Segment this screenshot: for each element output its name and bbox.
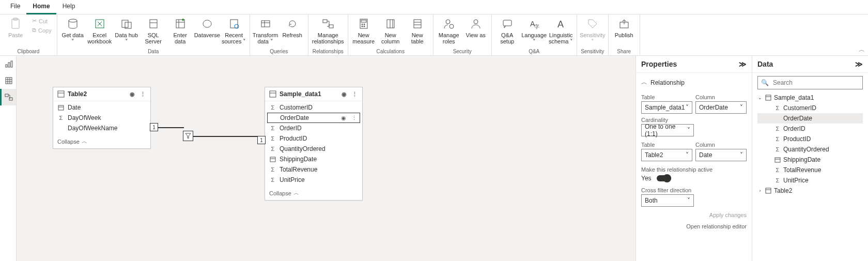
apply-changes-link[interactable]: Apply changes <box>641 212 747 218</box>
tree-field[interactable]: ΣOrderID <box>757 124 863 134</box>
tree-table-sampledata1[interactable]: ⌄ Sample_data1 <box>757 93 863 103</box>
manage-relationships-button[interactable]: Manage relationships <box>311 16 346 45</box>
copy-button[interactable]: ⧉Copy <box>30 26 54 35</box>
tree-field[interactable]: ΣQuantityOrdered <box>757 144 863 155</box>
section-relationship[interactable]: ︿ Relationship <box>641 76 747 89</box>
data-pane: Data ≫ 🔍 ⌄ Sample_data1 ΣCustomerIDOrder… <box>752 56 868 261</box>
search-input[interactable] <box>772 79 859 87</box>
more-icon[interactable]: ⋮ <box>351 90 358 98</box>
ribbon-group-queries: Transform data ˅ Refresh Queries <box>250 14 308 55</box>
relationship-line[interactable] <box>193 136 257 137</box>
get-data-button[interactable]: Get data ˅ <box>59 16 86 45</box>
table-name: Sample_data1 <box>280 90 321 98</box>
menu-help[interactable]: Help <box>56 0 82 14</box>
field-name: CustomerID <box>280 104 313 111</box>
table1-picker[interactable]: Sample_data1˅ <box>641 101 692 114</box>
cut-button[interactable]: ✂Cut <box>30 17 54 25</box>
col2-picker[interactable]: Date˅ <box>695 149 747 161</box>
transform-data-button[interactable]: Transform data ˅ <box>252 16 279 45</box>
svg-text:字: 字 <box>534 24 539 29</box>
group-label-calculations: Calculations <box>348 49 433 55</box>
new-table-button[interactable]: New table <box>404 16 431 45</box>
tree-field[interactable]: ΣUnitPrice <box>757 175 863 186</box>
language-icon: A字 <box>527 17 541 31</box>
recent-icon <box>227 17 241 31</box>
field-item[interactable]: OrderDate◉⋮ <box>267 113 360 123</box>
new-measure-button[interactable]: New measure <box>350 16 377 45</box>
model-view-button[interactable] <box>0 89 16 105</box>
paste-button[interactable]: Paste <box>2 16 29 39</box>
svg-point-24 <box>364 26 365 27</box>
recent-sources-button[interactable]: Recent sources ˅ <box>221 16 247 45</box>
refresh-button[interactable]: Refresh <box>279 16 306 39</box>
field-name: ProductID <box>280 135 307 142</box>
view-as-button[interactable]: View as <box>462 16 489 39</box>
manage-roles-button[interactable]: Manage roles <box>436 16 462 45</box>
ribbon-collapse-icon[interactable]: ︿ <box>859 45 865 54</box>
column-label: Column <box>695 142 747 148</box>
ribbon-group-clipboard: Paste ✂Cut ⧉Copy Clipboard <box>0 14 57 55</box>
tree-field[interactable]: ShippingDate <box>757 155 863 165</box>
field-item[interactable]: ΣOrderID <box>265 123 362 133</box>
qa-setup-button[interactable]: Q&A setup <box>494 16 521 45</box>
visibility-icon[interactable]: ◉ <box>340 114 347 121</box>
dataverse-button[interactable]: Dataverse <box>194 16 221 39</box>
ribbon-group-qa: Q&A setup A字Language˅ ALinguistic schema… <box>492 14 577 55</box>
menu-file[interactable]: File <box>4 0 26 14</box>
model-canvas[interactable]: Table2 ◉ ⋮ DateΣDayOfWeekDayOfWeekName C… <box>17 56 636 261</box>
col1-picker[interactable]: OrderDate˅ <box>695 101 747 114</box>
field-item[interactable]: Date <box>53 102 150 113</box>
open-relationship-editor-link[interactable]: Open relationship editor <box>641 223 747 229</box>
report-view-button[interactable] <box>0 56 16 72</box>
field-item[interactable]: ΣProductID <box>265 133 362 144</box>
more-icon[interactable]: ⋮ <box>139 90 146 98</box>
field-name: ShippingDate <box>280 156 317 163</box>
field-item[interactable]: ΣTotalRevenue <box>265 164 362 175</box>
field-item[interactable]: ShippingDate <box>265 154 362 164</box>
visibility-icon[interactable]: ◉ <box>129 90 136 98</box>
data-view-button[interactable] <box>0 72 16 89</box>
field-item[interactable]: ΣDayOfWeek <box>53 113 150 123</box>
svg-rect-61 <box>766 188 771 193</box>
group-label-share: Share <box>609 49 640 55</box>
publish-button[interactable]: Publish <box>611 16 638 39</box>
person-gear-icon <box>442 17 456 31</box>
tree-field[interactable]: OrderDate <box>757 113 863 124</box>
collapse-button[interactable]: Collapse ︿ <box>53 134 150 148</box>
field-item[interactable]: ΣQuantityOrdered <box>265 144 362 154</box>
linguistic-schema-button[interactable]: ALinguistic schema ˅ <box>548 16 575 45</box>
data-hub-button[interactable]: Data hub ˅ <box>113 16 140 45</box>
tree-field[interactable]: ΣProductID <box>757 134 863 144</box>
collapse-button[interactable]: Collapse ︿ <box>265 186 362 200</box>
visibility-icon[interactable]: ◉ <box>340 90 348 98</box>
tree-field[interactable]: ΣTotalRevenue <box>757 165 863 175</box>
tree-table-table2[interactable]: › Table2 <box>757 186 863 196</box>
active-toggle[interactable] <box>657 175 671 181</box>
language-button[interactable]: A字Language˅ <box>521 16 548 45</box>
cardinality-picker[interactable]: One to one (1:1)˅ <box>641 124 694 136</box>
chatbubble-icon <box>500 17 515 31</box>
rel-filter-icon[interactable] <box>183 131 193 141</box>
table-card-table2[interactable]: Table2 ◉ ⋮ DateΣDayOfWeekDayOfWeekName C… <box>53 87 151 149</box>
excel-workbook-button[interactable]: Excel workbook <box>86 16 113 45</box>
collapse-pane-icon[interactable]: ≫ <box>739 60 747 68</box>
new-column-button[interactable]: New column <box>377 16 404 45</box>
table2-picker[interactable]: Table2˅ <box>641 149 692 161</box>
crossfilter-picker[interactable]: Both˅ <box>641 194 694 207</box>
field-item[interactable]: ΣUnitPrice <box>265 175 362 185</box>
collapse-pane-icon[interactable]: ≫ <box>855 60 863 68</box>
table-icon <box>765 187 772 194</box>
enter-data-button[interactable]: +Enter data <box>167 16 194 45</box>
sensitivity-button[interactable]: Sensitivity˅ <box>579 16 606 45</box>
svg-rect-41 <box>11 61 12 67</box>
field-item[interactable]: DayOfWeekName <box>53 123 150 133</box>
pane-title: Properties <box>641 60 677 68</box>
more-icon[interactable]: ⋮ <box>350 114 358 121</box>
sql-server-button[interactable]: SQL Server <box>140 16 167 45</box>
field-item[interactable]: ΣCustomerID <box>265 102 362 113</box>
menu-home[interactable]: Home <box>26 0 56 14</box>
table-card-sampledata1[interactable]: Sample_data1 ◉ ⋮ ΣCustomerIDOrderDate◉⋮Σ… <box>265 87 363 201</box>
relationship-line[interactable] <box>158 127 184 128</box>
tree-field[interactable]: ΣCustomerID <box>757 103 863 113</box>
search-box[interactable]: 🔍 <box>757 76 863 89</box>
